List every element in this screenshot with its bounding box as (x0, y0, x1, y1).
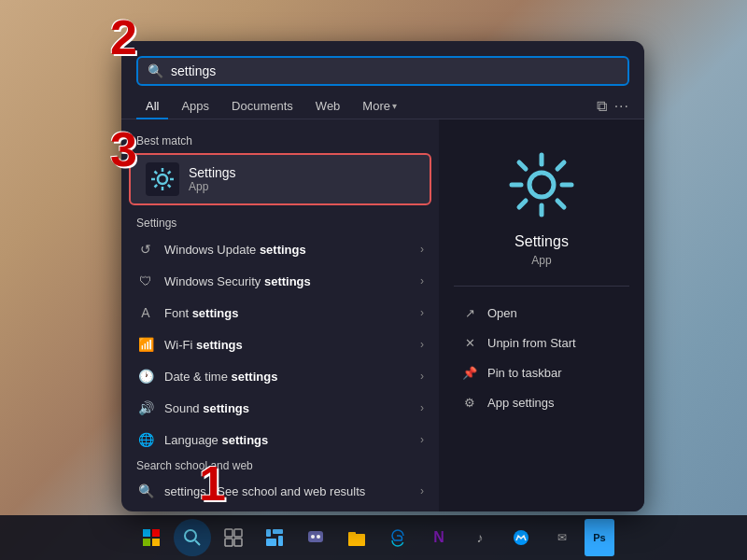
web-search-settings[interactable]: 🔍 settings - See school and web results … (121, 476, 439, 506)
chevron-right-icon7: › (420, 433, 424, 446)
widgets-button[interactable] (256, 519, 293, 556)
ps-button[interactable]: Ps (585, 519, 614, 556)
search-content: Best match (121, 119, 644, 511)
menu-item-language[interactable]: 🌐 Language settings › (121, 424, 439, 455)
best-match-name: Settings (189, 165, 236, 180)
sound-icon: 🔊 (136, 399, 155, 417)
chevron-right-icon8: › (420, 484, 424, 497)
wifi-icon: 📶 (136, 335, 155, 354)
chevron-right-icon6: › (420, 401, 424, 414)
svg-line-6 (168, 185, 171, 188)
settings-app-icon (146, 162, 179, 196)
app-name-large: Settings (514, 233, 569, 250)
action-app-settings[interactable]: ⚙ App settings (454, 387, 629, 417)
action-appsettings-label: App settings (487, 396, 555, 410)
svg-rect-31 (278, 536, 283, 546)
menu-item-sound[interactable]: 🔊 Sound settings › (121, 392, 439, 424)
svg-point-34 (317, 535, 320, 539)
svg-line-14 (519, 162, 526, 169)
svg-rect-25 (234, 529, 242, 537)
settings-section-label: Settings (121, 213, 439, 233)
best-match-text: Settings App (189, 165, 236, 193)
svg-point-33 (311, 535, 315, 539)
menu-item-font[interactable]: A Font settings › (121, 297, 439, 329)
search-button[interactable] (174, 519, 211, 556)
search-input-wrapper: 🔍 (136, 56, 629, 86)
chevron-right-icon: › (420, 243, 424, 256)
chevron-right-icon5: › (420, 370, 424, 383)
shield-icon: 🛡 (136, 272, 155, 290)
svg-line-23 (195, 540, 200, 545)
svg-rect-19 (152, 529, 160, 537)
tabs-right-icons: ⧉ ··· (597, 98, 629, 115)
svg-rect-36 (348, 532, 356, 536)
best-match-type: App (189, 180, 236, 193)
taskview-button[interactable] (215, 519, 252, 556)
menu-item-datetime[interactable]: 🕐 Date & time settings › (121, 360, 439, 392)
svg-line-5 (155, 172, 158, 175)
line-button[interactable]: ✉ (543, 519, 581, 556)
action-open-label: Open (487, 306, 517, 320)
edge-button[interactable] (379, 519, 416, 556)
panel-divider (454, 286, 629, 287)
search-web-icon: 🔍 (136, 482, 155, 500)
svg-rect-28 (266, 529, 271, 537)
svg-rect-20 (143, 539, 150, 546)
svg-rect-18 (143, 529, 150, 537)
menu-item-windows-security[interactable]: 🛡 Windows Security settings › (121, 265, 439, 297)
web-search-settings-privacy[interactable]: 🔍 settings privacy › (121, 506, 439, 511)
explorer-button[interactable] (338, 519, 375, 556)
action-open[interactable]: ↗ Open (454, 298, 629, 328)
best-match-item[interactable]: Settings App (129, 153, 431, 205)
svg-rect-21 (152, 539, 160, 546)
svg-rect-26 (225, 539, 233, 546)
menu-item-wifi[interactable]: 📶 Wi-Fi settings › (121, 329, 439, 360)
search-icon: 🔍 (148, 63, 163, 78)
annotation-step3: 3 (110, 121, 137, 177)
best-match-label: Best match (121, 131, 439, 153)
messenger-button[interactable] (502, 519, 540, 556)
left-panel: Best match (121, 119, 439, 511)
svg-rect-27 (234, 539, 242, 546)
svg-rect-30 (266, 539, 276, 546)
desktop: 2 3 1 🔍 All Apps Documents Web More ▾ ⧉ … (0, 0, 747, 560)
update-icon: ↺ (136, 240, 155, 259)
onenote-button[interactable]: N (420, 519, 458, 556)
web-section-label: Search school and web (121, 455, 439, 476)
chat-button[interactable] (297, 519, 334, 556)
unpin-icon: ✕ (461, 334, 478, 351)
chevron-right-icon2: › (420, 274, 424, 287)
app-type-large: App (531, 254, 551, 267)
svg-line-8 (155, 185, 158, 188)
svg-line-7 (168, 172, 171, 175)
tab-apps[interactable]: Apps (172, 93, 218, 119)
action-pin-taskbar[interactable]: 📌 Pin to taskbar (454, 357, 629, 387)
svg-point-0 (158, 175, 167, 184)
tab-web[interactable]: Web (306, 93, 350, 119)
svg-rect-24 (225, 529, 233, 537)
action-pin-label: Pin to taskbar (487, 366, 562, 380)
search-input[interactable] (171, 63, 618, 78)
annotation-step1: 1 (199, 455, 226, 511)
open-icon: ↗ (461, 304, 478, 321)
menu-item-windows-update[interactable]: ↺ Windows Update settings › (121, 233, 439, 265)
chevron-right-icon4: › (420, 338, 424, 351)
app-icon-large (504, 147, 579, 222)
tab-more[interactable]: More ▾ (353, 93, 406, 119)
pin-icon: 📌 (461, 364, 478, 381)
search-tabs: All Apps Documents Web More ▾ ⧉ ··· (121, 86, 644, 119)
svg-line-17 (519, 201, 526, 207)
search-bar-container: 🔍 (121, 41, 644, 86)
taskbar: N ♪ ✉ Ps (0, 515, 747, 560)
tab-all[interactable]: All (136, 93, 168, 119)
svg-point-22 (185, 530, 196, 541)
annotation-step2: 2 (110, 9, 137, 65)
tab-documents[interactable]: Documents (222, 93, 303, 119)
start-button[interactable] (133, 519, 170, 556)
appsettings-icon: ⚙ (461, 394, 478, 411)
action-unpin-start[interactable]: ✕ Unpin from Start (454, 328, 629, 357)
more-options-icon[interactable]: ··· (614, 98, 629, 115)
spotify-button[interactable]: ♪ (461, 519, 499, 556)
language-icon: 🌐 (136, 430, 155, 449)
person-icon[interactable]: ⧉ (597, 98, 607, 115)
